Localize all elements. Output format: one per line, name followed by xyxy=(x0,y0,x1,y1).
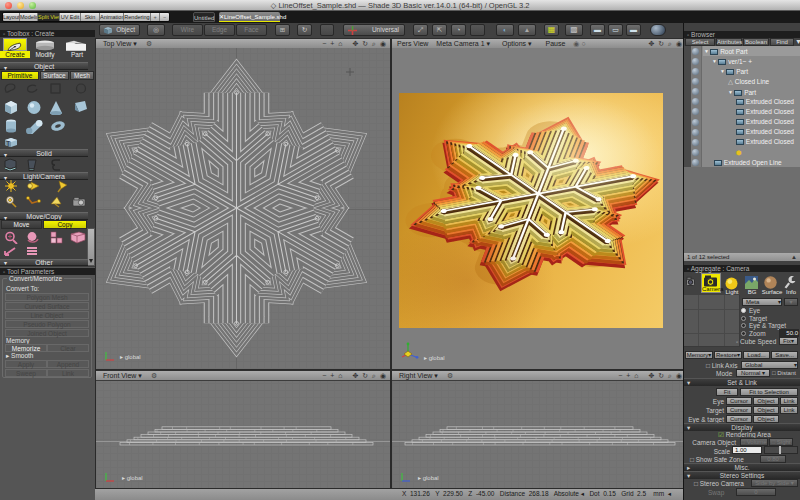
svg-text:T: T xyxy=(6,140,11,147)
